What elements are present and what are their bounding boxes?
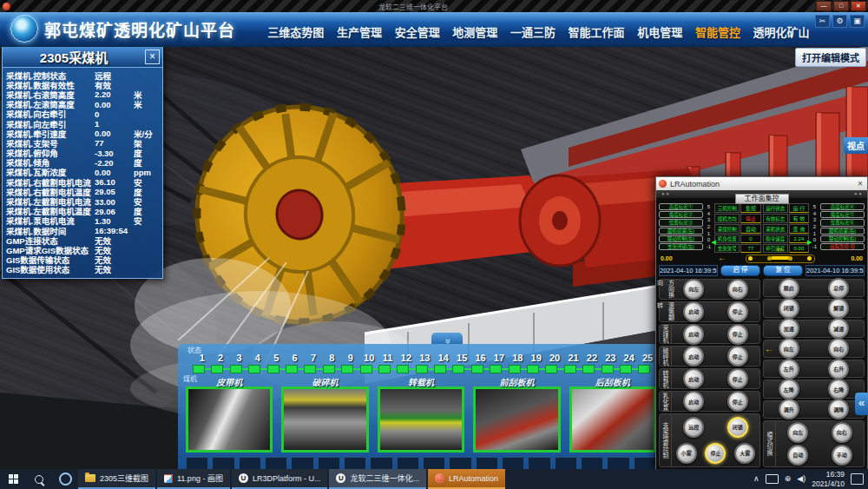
lr-function-button[interactable]: 跟机喷雾(右) [820,228,865,235]
panel-close-icon[interactable]: × [145,50,160,64]
taskbar-task[interactable]: LRAutomation [428,469,505,489]
nav-item[interactable]: 三维态势图 [267,23,324,40]
round-button[interactable]: 顺启 [779,278,799,299]
nav-item[interactable]: 智能管控 [695,23,740,40]
close-button[interactable]: ✕ [851,1,866,11]
round-button[interactable]: 小雾 [676,443,697,464]
round-button[interactable]: 向左 [779,338,799,359]
taskbar-search-button[interactable] [26,469,52,489]
lr-start-stop-button[interactable]: 启 停 [720,265,760,276]
lr-function-button[interactable]: 高度标定① [659,203,703,210]
lr-function-button[interactable]: 位置标定③ [659,219,703,226]
lr-function-button[interactable]: 高度标定④ [820,203,865,210]
task-view-button[interactable] [52,469,78,489]
nav-item[interactable]: 一通三防 [510,23,556,40]
round-button[interactable]: 手动 [832,445,852,466]
round-button[interactable]: 调升 [779,399,799,420]
collapse-tab[interactable]: « [431,333,463,344]
lr-reset-button[interactable]: 复 位 [763,265,803,276]
lr-function-button[interactable]: 跟机喷雾(左) [659,228,703,235]
nav-item[interactable]: 机电管理 [637,23,682,40]
camera-thumbnail[interactable] [281,387,368,453]
window-mode-icon[interactable]: ▣ [850,15,865,28]
lr-function-button[interactable]: 角度标定⑤ [820,211,865,218]
status-dash [521,368,527,370]
gear-icon[interactable]: ⚙ [832,15,847,28]
status-dash [391,368,397,370]
taskbar-task[interactable]: 11.png - 画图 [157,469,230,489]
tray-expand-icon[interactable]: ∧ [753,475,760,483]
round-button[interactable]: 右降 [828,379,849,400]
round-button[interactable]: 停止 [727,324,748,345]
lr-function-button[interactable]: 位置标定⑥ [820,219,865,226]
notification-center-icon[interactable] [851,473,864,485]
lr-tab-facecontrol[interactable]: 工作面集控 [735,194,789,204]
lr-function-button[interactable]: 角度标定② [659,211,703,218]
status-dash [223,368,229,370]
round-button[interactable]: 停止 [727,368,748,389]
round-button[interactable]: 自动 [787,445,808,466]
nav-item[interactable]: 透明化矿山 [753,23,810,40]
network-icon[interactable]: ⊕ [785,475,792,483]
round-button[interactable]: 右升 [828,359,849,380]
edit-mode-button[interactable]: 打开编辑模式 [795,48,866,67]
scale-mark: 3 [704,217,713,222]
round-button[interactable]: 停止 [727,301,748,322]
round-button[interactable]: 向左 [787,422,808,443]
edge-collapse-button[interactable]: « [855,393,868,415]
status-dash [242,368,248,370]
taskbar-task[interactable]: 2305三维截图 [78,469,155,489]
round-button[interactable]: 向右 [828,338,849,359]
round-button[interactable]: 向右 [832,422,852,443]
lr-function-button[interactable]: 联动控制(左) [659,235,703,242]
round-button[interactable]: 启动 [683,346,704,367]
round-button[interactable]: 启动 [683,368,704,389]
nav-item[interactable]: 地测管理 [452,23,497,40]
round-button[interactable]: 向右 [727,279,748,300]
round-button[interactable]: 启动 [683,391,704,412]
camera-thumbnail[interactable] [569,387,656,453]
round-button[interactable]: 左降 [779,379,799,400]
round-button[interactable]: 启动 [683,301,704,322]
round-button[interactable]: 总停 [828,278,849,299]
round-button[interactable]: 启动 [683,324,704,345]
nav-item[interactable]: 生产管理 [337,23,382,40]
round-button[interactable]: 远控 [683,417,704,438]
nav-item[interactable]: 安全管理 [395,23,440,40]
nav-item[interactable]: 智能工作面 [569,23,625,40]
lr-emergency-stop-button[interactable]: 远程急停 停 [820,243,865,250]
taskbar-task[interactable]: U龙软二三维一体化... [329,469,426,489]
round-button[interactable]: 闭锁 [779,298,799,319]
tools-icon[interactable]: ✂ [815,15,830,28]
minimize-button[interactable]: — [816,1,832,11]
round-button[interactable]: 停止 [727,346,748,367]
round-button[interactable]: 停止 [727,391,748,412]
lr-function-button[interactable]: 支架闭锁(左) [659,243,703,250]
taskbar-task[interactable]: ULR3DPlatform - U... [232,469,328,489]
round-button[interactable]: 左升 [779,359,799,380]
control-row-buttons: 启动停止 [672,346,760,367]
lr-function-button[interactable]: 联动控制(右) [820,235,865,242]
round-button[interactable]: 停止 [705,443,726,464]
taskbar-clock[interactable]: 16:39 2021/4/10 [812,470,845,487]
window-title: 龙软二三维一体化平台 [10,2,816,11]
camera-thumbnail[interactable] [378,387,464,453]
status-dash [298,368,304,370]
lr-close-icon[interactable]: × [853,179,867,188]
round-button[interactable]: 解锁 [828,298,849,319]
round-button[interactable]: 闭锁 [727,417,748,438]
camera-thumbnail[interactable] [186,387,273,453]
camera-thumbnail[interactable] [473,387,560,453]
round-button[interactable]: 加速 [779,318,799,339]
volume-icon[interactable]: ◀) [797,475,806,483]
round-button[interactable]: 调降 [828,399,849,420]
touch-keyboard-icon[interactable] [766,474,779,484]
viewpoint-tag[interactable]: 视点 [844,137,868,154]
round-button[interactable]: 向左 [683,279,704,300]
start-button[interactable] [0,469,26,489]
control-row: 闭锁解锁 [763,299,865,317]
machine-row-label: 煤机 [183,373,197,383]
round-button[interactable]: 大雾 [734,443,755,464]
maximize-button[interactable]: □ [833,1,849,11]
round-button[interactable]: 减速 [828,318,849,339]
